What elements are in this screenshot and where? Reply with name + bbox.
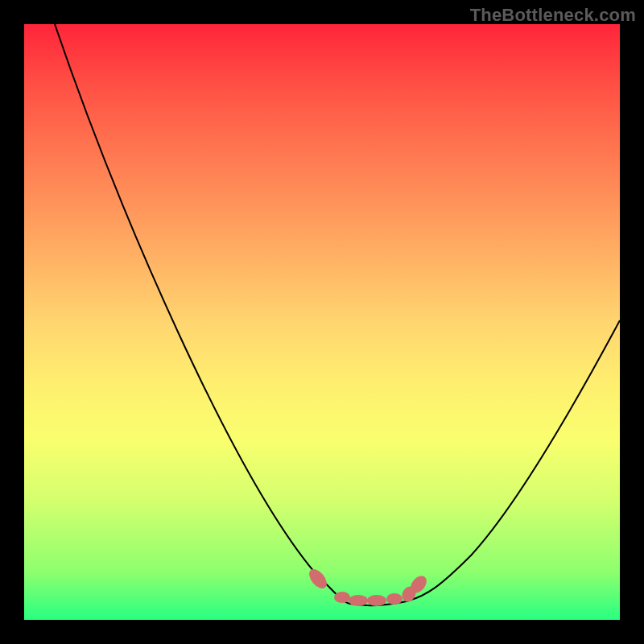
chart-area [24,24,620,620]
chart-svg [24,24,620,620]
curve-marker [349,595,368,606]
curve-marker [367,595,386,606]
bottleneck-curve [55,24,620,605]
curve-marker [306,566,330,592]
curve-marker [386,593,402,605]
curve-marker [334,592,350,603]
watermark-text: TheBottleneck.com [470,5,636,26]
marker-group [306,566,430,606]
